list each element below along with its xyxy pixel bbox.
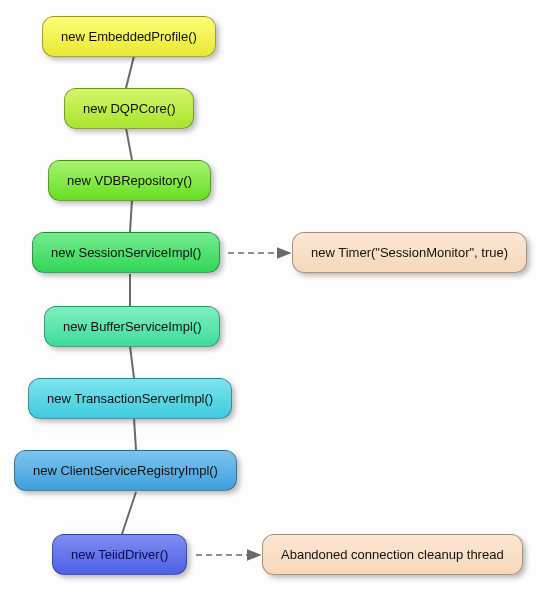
edge-n7-n8 (122, 492, 136, 534)
diagram-canvas: new EmbeddedProfile() new DQPCore() new … (0, 0, 552, 605)
node-vdbrepository: new VDBRepository() (48, 160, 211, 201)
edge-n1-n2 (126, 56, 134, 88)
edge-n5-n6 (130, 346, 134, 378)
node-transactionserverimpl: new TransactionServerImpl() (28, 378, 232, 419)
node-clientserviceregistryimpl: new ClientServiceRegistryImpl() (14, 450, 237, 491)
node-embeddedprofile: new EmbeddedProfile() (42, 16, 216, 57)
node-timer-sessionmonitor: new Timer("SessionMonitor", true) (292, 232, 527, 273)
node-dqpcore: new DQPCore() (64, 88, 194, 129)
edge-n2-n3 (126, 128, 132, 160)
node-cleanup-thread: Abandoned connection cleanup thread (262, 534, 523, 575)
edge-n6-n7 (134, 418, 136, 450)
node-sessionserviceimpl: new SessionServiceImpl() (32, 232, 220, 273)
node-teiiddriver: new TeiidDriver() (52, 534, 187, 575)
node-bufferserviceimpl: new BufferServiceImpl() (44, 306, 220, 347)
edge-n3-n4 (130, 200, 132, 232)
